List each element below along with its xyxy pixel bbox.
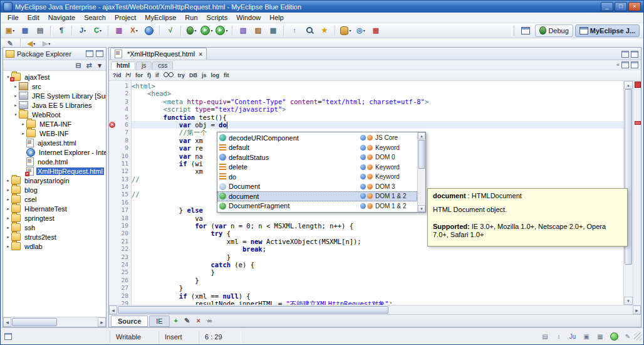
link-with-editor-icon[interactable]: ⇄ [85,61,93,70]
code-line[interactable]: break; [132,245,623,253]
scroll-down-arrow-icon[interactable]: ▼ [418,205,425,212]
report-design-icon[interactable]: ▥ [112,24,127,37]
xml-tools-icon[interactable]: X▾ [127,24,142,37]
expand-arrow-icon[interactable]: ▸ [5,235,11,240]
expand-arrow-icon[interactable]: ▸ [5,178,11,183]
war-export-icon[interactable]: ▨ [251,24,266,37]
debug-icon[interactable]: ▾ [184,24,199,37]
deploy-icon[interactable]: ↑ [287,24,302,37]
document-state-icon[interactable]: ▤ [541,334,549,340]
snippet-for[interactable]: for [135,73,143,78]
code-line[interactable]: } [132,284,623,292]
expand-arrow-icon[interactable]: ▸ [5,216,11,221]
completion-item[interactable]: defaultStatusDOM 0 [217,152,417,162]
snippet-f)[interactable]: f) [147,73,151,78]
watch-icon[interactable] [164,72,174,79]
code-line[interactable]: } [132,277,623,284]
code-line[interactable]: } [132,253,623,261]
console-icon[interactable]: ▣ [582,334,591,340]
tree-item[interactable]: ▸JRE System Library [Sun JD [3,91,106,100]
snippet-js[interactable]: js [202,73,207,78]
tree-item[interactable]: ▸springtest [3,213,106,223]
tree-item[interactable]: ▸wdlab [3,242,106,251]
toolbar-grip[interactable] [511,26,514,36]
code-line[interactable]: <html> [132,82,623,90]
fast-view-icon[interactable] [4,333,12,340]
snippet-/*/[interactable]: /*/ [126,73,132,78]
menu-myeclipse[interactable]: MyEclipse [140,13,180,22]
annotation-ruler[interactable]: × [109,81,115,305]
myeclipse-perspective-button[interactable]: MyEclipse J... [575,24,640,37]
subtab-html[interactable]: html [111,61,135,70]
code-line[interactable]: } [132,268,623,276]
snippet-try[interactable]: try [178,73,185,78]
completion-item[interactable]: defaultKeyword [217,143,417,153]
scrollbar-thumb[interactable] [418,140,425,169]
expand-arrow-icon[interactable]: ▸ [5,244,11,249]
open-perspective-button[interactable] [518,24,533,37]
menu-navigate[interactable]: Navigate [44,13,80,22]
collapse-all-icon[interactable]: ⊟ [74,61,83,70]
code-line[interactable]: <head> [132,90,623,97]
code-line[interactable]: function test(){ [132,114,623,121]
expand-arrow-icon[interactable]: ▸ [20,131,26,136]
scroll-left-arrow-icon[interactable]: ◀ [109,305,117,314]
minimize-editor-icon[interactable] [621,51,629,58]
tree-item[interactable]: ▸binarystarlogin [3,176,106,185]
tree-item[interactable]: ▸struts2test [3,232,106,242]
tree-item[interactable]: ajaxtest.html [3,138,106,147]
line-number-ruler[interactable]: 1234567891011121314151617181920212223242… [115,81,132,305]
web-service-icon[interactable]: ◎▾ [353,24,368,37]
view-menu-icon[interactable]: ▾ [95,61,104,70]
menu-help[interactable]: Help [265,13,288,22]
snippet-log[interactable]: log [211,73,220,78]
maximize-view-icon[interactable] [96,50,103,57]
add-icon[interactable]: + [171,316,181,326]
new-ejb-icon[interactable]: ▧ [236,24,251,37]
minimize-view-icon[interactable] [86,50,93,57]
delete-icon[interactable]: × [194,316,204,326]
search-icon[interactable] [302,24,317,37]
code-line[interactable]: <meta http-equiv="Content-Type" content=… [132,98,623,105]
tree-item[interactable]: ▸csel [3,194,106,204]
tree-item[interactable]: node.html [3,157,106,166]
edit-icon[interactable]: ✎ [182,316,192,326]
menu-edit[interactable]: Edit [23,13,44,22]
tree-item[interactable]: ▸src [3,82,106,91]
menu-project[interactable]: Project [110,13,140,22]
expand-arrow-icon[interactable]: ▸ [5,206,11,211]
completion-item[interactable]: DocumentDOM 3 [217,182,417,192]
completion-item[interactable]: documentDOM 1 & 2 [217,191,417,201]
web-browser-icon[interactable] [142,24,157,37]
tree-item[interactable]: Internet Explorer - Inte [3,147,106,157]
maximize-editor-icon[interactable] [631,51,638,58]
new-wizard-icon[interactable]: ▣▾ [3,24,18,37]
menu-run[interactable]: Run [180,13,202,22]
scroll-left-arrow-icon[interactable]: ◀ [3,317,11,327]
code-line[interactable]: if (xml == null) { [132,292,623,300]
error-marker-overview[interactable] [635,121,641,125]
menu-search[interactable]: Search [80,13,110,22]
scrollbar-thumb[interactable] [118,306,388,314]
link-icon[interactable]: ∞ [205,316,215,326]
completion-item[interactable]: DocumentFragmentDOM 1 & 2 [217,201,417,211]
scroll-right-arrow-icon[interactable]: ▶ [98,317,106,327]
expand-arrow-icon[interactable]: ▸ [5,197,11,202]
resize-grip[interactable] [634,332,642,341]
menu-scripts[interactable]: Scripts [202,13,232,22]
junit-icon[interactable]: Ju [568,334,577,340]
minimize-button[interactable]: _ [601,2,613,11]
explorer-horizontal-scrollbar[interactable]: ◀ ▶ [3,317,106,327]
snippet-?id[interactable]: ?id [113,73,122,78]
close-button[interactable]: × [628,2,641,11]
tree-item[interactable]: ▸Java EE 5 Libraries [3,100,106,110]
code-line[interactable]: var obj = do [132,121,623,129]
tree-item[interactable]: ▸META-INF [3,119,106,129]
expand-arrow-icon[interactable]: ▸ [13,93,19,98]
new-web-project-icon[interactable]: J▾ [75,24,90,37]
run-icon[interactable]: ▾ [199,24,214,37]
subtab-css[interactable]: css [152,61,173,70]
tab-source[interactable]: Source [111,316,148,327]
bookmark-icon[interactable]: ★ [317,24,332,37]
ear-export-icon[interactable]: ▩ [266,24,281,37]
